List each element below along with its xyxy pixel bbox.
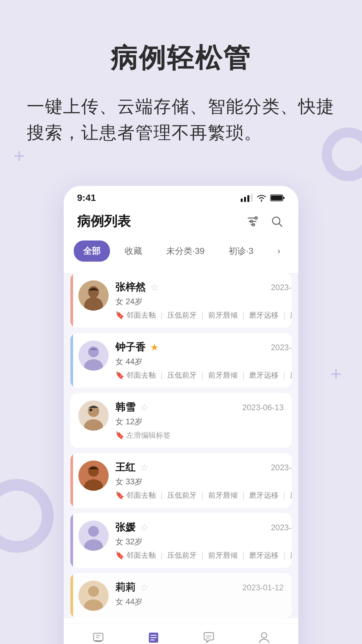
bookmark-icon-4: 🔖 [115,491,124,500]
avatar-3 [78,400,109,431]
patient-date-5: 2023-03-12 [271,523,292,532]
card-tags-4: 🔖 邻面去釉 ｜ 压低前牙 ｜ 前牙唇倾 ｜ 磨牙远移 ｜ 磨牙↗ [115,490,292,500]
patient-meta-5: 女 32岁 [115,536,292,547]
battery-icon [270,194,285,202]
card-tags-3: 🔖 左滑编辑标签 [115,430,284,440]
bookmark-icon-3: 🔖 [115,431,124,440]
tab-favorites[interactable]: 收藏 [115,240,152,262]
patient-name-5: 张媛 [115,521,135,534]
header-section: 病例轻松管 一键上传、云端存储、智能分类、快捷搜索，让患者管理不再繁琐。 [0,0,362,166]
patient-meta-1: 女 24岁 [115,296,292,307]
search-button[interactable] [269,213,285,229]
svg-rect-31 [94,633,103,641]
nav-messages-icon [201,630,216,644]
star-button-3[interactable]: ☆ [140,402,148,413]
card-info-4: 王红 ☆ 2023-05-01 女 33岁 🔖 邻面去釉 ｜ 压低前牙 ｜ [115,461,292,500]
signal-icon [241,194,253,202]
nav-mine-icon [257,630,272,644]
slide-hint-3: 左滑编辑标签 [126,430,171,440]
star-button-2[interactable]: ★ [150,342,159,353]
card-tags-1: 🔖 邻面去釉 ｜ 压低前牙 ｜ 前牙唇倾 ｜ 磨牙远移 ｜ 磨牙↗ [115,310,292,320]
avatar-6 [78,581,109,611]
nav-workbench-icon [91,630,106,644]
svg-point-29 [88,586,99,597]
patient-date-6: 2023-01-12 [242,583,284,592]
card-info-6: 莉莉 ☆ 2023-01-12 女 44岁 [115,581,284,610]
patient-date-4: 2023-05-01 [271,463,292,472]
patient-card-4[interactable]: 王红 ☆ 2023-05-01 女 33岁 🔖 邻面去釉 ｜ 压低前牙 ｜ [70,453,292,508]
app-header: 病例列表 [64,207,298,237]
patient-card-2[interactable]: 钟子香 ★ 2023-08-12 女 44岁 🔖 邻面去釉 ｜ 压低前牙 ｜ [70,333,292,388]
svg-rect-5 [271,196,282,200]
filter-button[interactable] [245,213,261,229]
patient-name-1: 张梓然 [115,280,145,294]
tab-uncategorized[interactable]: 未分类·39 [157,240,214,262]
patient-name-4: 王红 [115,461,135,474]
svg-point-26 [88,526,99,537]
svg-point-16 [88,346,99,357]
nav-cases-icon [146,630,161,644]
patient-card-1[interactable]: 张梓然 ☆ 2023-12-24 女 24岁 🔖 邻面去釉 ｜ 压低前牙 ｜ [70,273,292,328]
svg-rect-1 [244,197,246,202]
patient-card-3[interactable]: 韩雪 ☆ 2023-06-13 女 12岁 🔖 左滑编辑标签 [70,393,292,448]
nav-workbench[interactable]: 工作台 [70,630,126,644]
card-info-5: 张媛 ☆ 2023-03-12 女 32岁 🔖 邻面去釉 ｜ 压低前牙 ｜ [115,521,292,560]
filter-icon [246,215,259,228]
patient-meta-6: 女 44岁 [115,596,284,607]
svg-rect-2 [247,195,249,202]
bottom-nav: 工作台 病例 消息 [64,624,298,644]
tab-more[interactable]: › [268,241,290,261]
patient-card-6[interactable]: 莉莉 ☆ 2023-01-12 女 44岁 [70,573,292,618]
avatar-1 [78,280,109,311]
patient-date-3: 2023-06-13 [242,403,284,412]
bg-decoration-circle-bl [0,479,54,553]
patient-name-6: 莉莉 [115,581,135,594]
patient-date-1: 2023-12-24 [271,283,292,292]
bookmark-icon-2: 🔖 [115,371,124,380]
search-icon [270,215,284,228]
wifi-icon [256,194,267,202]
patient-list: 张梓然 ☆ 2023-12-24 女 24岁 🔖 邻面去釉 ｜ 压低前牙 ｜ [64,273,298,618]
status-bar: 9:41 [64,186,298,207]
avatar-2 [78,340,109,371]
tab-all[interactable]: 全部 [74,240,110,262]
main-title: 病例轻松管 [27,40,335,76]
card-info-1: 张梓然 ☆ 2023-12-24 女 24岁 🔖 邻面去釉 ｜ 压低前牙 ｜ [115,280,292,320]
svg-rect-32 [95,641,102,642]
svg-rect-0 [241,199,243,202]
svg-point-21 [89,409,92,411]
status-time: 9:41 [77,193,96,203]
nav-mine[interactable]: 我的 [236,630,292,644]
subtitle: 一键上传、云端存储、智能分类、快捷搜索，让患者管理不再繁琐。 [27,93,335,146]
tab-first-visit[interactable]: 初诊·3 [219,240,263,262]
avatar-5 [78,521,109,551]
star-button-5[interactable]: ☆ [140,522,148,533]
card-tags-2: 🔖 邻面去釉 ｜ 压低前牙 ｜ 前牙唇倾 ｜ 磨牙远移 ｜ 磨牙↗ [115,370,292,380]
card-info-3: 韩雪 ☆ 2023-06-13 女 12岁 🔖 左滑编辑标签 [115,400,284,440]
card-tags-5: 🔖 邻面去釉 ｜ 压低前牙 ｜ 前牙唇倾 ｜ 磨牙远移 ｜ 磨牙↗ [115,550,292,560]
patient-date-2: 2023-08-12 [271,343,292,352]
nav-cases[interactable]: 病例 [126,630,181,644]
star-button-6[interactable]: ☆ [140,582,148,593]
patient-meta-4: 女 33岁 [115,476,292,487]
patient-card-5[interactable]: 张媛 ☆ 2023-03-12 女 32岁 🔖 邻面去釉 ｜ 压低前牙 ｜ [70,513,292,568]
svg-rect-6 [283,197,285,199]
nav-messages[interactable]: 消息 [181,630,236,644]
card-info-2: 钟子香 ★ 2023-08-12 女 44岁 🔖 邻面去釉 ｜ 压低前牙 ｜ [115,340,292,380]
app-title: 病例列表 [77,212,131,230]
avatar-4 [78,461,109,491]
svg-point-13 [88,286,99,298]
patient-meta-3: 女 12岁 [115,416,284,427]
bookmark-icon-5: 🔖 [115,551,124,560]
status-icons [241,194,285,202]
bookmark-icon-1: 🔖 [115,311,124,320]
phone-mockup: 9:41 病例列表 [64,186,298,644]
patient-meta-2: 女 44岁 [115,356,292,367]
svg-rect-3 [251,194,253,202]
svg-line-11 [279,223,282,226]
filter-tabs: 全部 收藏 未分类·39 初诊·3 › [64,237,298,268]
header-icons [245,213,285,229]
svg-point-41 [261,633,267,638]
star-button-1[interactable]: ☆ [150,282,159,293]
star-button-4[interactable]: ☆ [140,462,148,473]
